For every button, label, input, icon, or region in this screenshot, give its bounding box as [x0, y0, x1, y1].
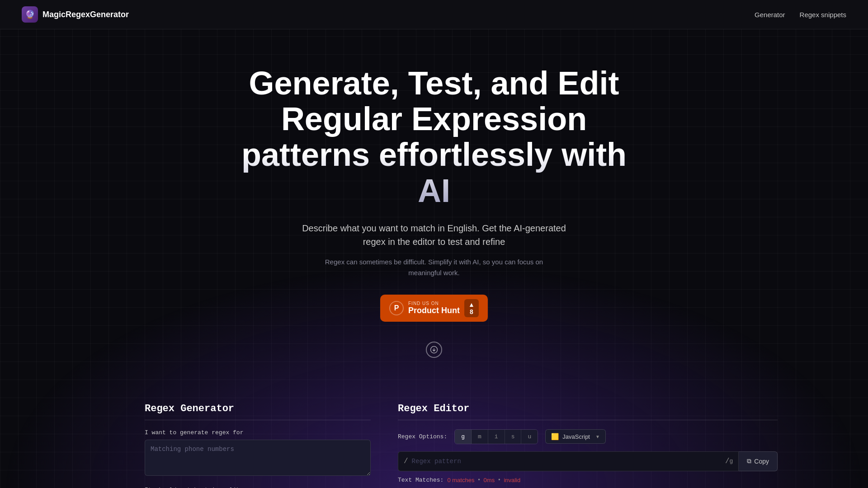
hero-sub2: Regex can sometimes be difficult. Simpli…: [321, 257, 547, 278]
product-hunt-text: FIND US ON Product Hunt: [408, 301, 460, 315]
main-content: Regex Generator I want to generate regex…: [0, 376, 868, 488]
options-label: Regex Options:: [398, 433, 447, 440]
flag-g[interactable]: g: [455, 430, 472, 444]
regex-input-container: / / g: [398, 451, 739, 471]
want-textarea[interactable]: [145, 440, 371, 476]
matches-dot-1: •: [478, 477, 480, 483]
logo-icon: 🔮: [22, 6, 38, 23]
product-hunt-logo: P: [389, 301, 404, 315]
regex-slash-start: /: [404, 457, 408, 465]
nav-links: Generator Regex snippets: [755, 11, 846, 19]
copy-icon: ⧉: [747, 457, 751, 465]
product-hunt-count: ▲ 8: [464, 299, 479, 317]
flag-s[interactable]: s: [505, 430, 522, 444]
options-row: Regex Options: g m i s u 🟨 JavaScript ▼: [398, 429, 778, 444]
flag-u[interactable]: u: [521, 430, 538, 444]
editor-title: Regex Editor: [398, 403, 778, 420]
regex-editor-panel: Regex Editor Regex Options: g m i s u 🟨 …: [398, 403, 778, 488]
matches-count: 0 matches: [447, 477, 474, 483]
flags-group: g m i s u: [454, 429, 538, 444]
language-emoji: 🟨: [551, 433, 559, 440]
matches-dot-2: •: [498, 477, 500, 483]
copy-button[interactable]: ⧉ Copy: [739, 451, 778, 471]
want-label: I want to generate regex for: [145, 429, 371, 436]
product-hunt-badge[interactable]: P FIND US ON Product Hunt ▲ 8: [380, 295, 488, 322]
language-label: JavaScript: [562, 433, 590, 440]
matches-row: Text Matches: 0 matches • 0ms • invalid: [398, 477, 778, 483]
logo[interactable]: 🔮 MagicRegexGenerator: [22, 6, 129, 23]
regex-pattern-input[interactable]: [412, 458, 723, 465]
nav-snippets[interactable]: Regex snippets: [800, 11, 846, 19]
hero-subtitle: Describe what you want to match in Engli…: [298, 221, 570, 249]
matches-ms: 0ms: [484, 477, 495, 483]
hero-section: Generate, Test, and Edit Regular Express…: [0, 29, 868, 376]
language-select[interactable]: 🟨 JavaScript ▼: [545, 429, 606, 444]
nav-generator[interactable]: Generator: [755, 11, 785, 19]
generator-title: Regex Generator: [145, 403, 371, 420]
regex-input-row: / / g ⧉ Copy: [398, 451, 778, 471]
flag-i[interactable]: i: [488, 430, 505, 444]
regex-flags-end: g: [730, 458, 733, 465]
text-matches-label: Text Matches:: [398, 477, 443, 483]
chevron-down-icon: ▼: [595, 434, 600, 439]
logo-text: MagicRegexGenerator: [42, 10, 129, 19]
regex-slash-end: /: [725, 457, 730, 465]
flag-m[interactable]: m: [472, 430, 488, 444]
regex-generator-panel: Regex Generator I want to generate regex…: [145, 403, 371, 488]
matches-invalid: invalid: [504, 477, 520, 483]
scroll-down-icon[interactable]: [426, 342, 442, 358]
scroll-down[interactable]: [9, 342, 859, 358]
hero-title: Generate, Test, and Edit Regular Express…: [231, 66, 637, 209]
